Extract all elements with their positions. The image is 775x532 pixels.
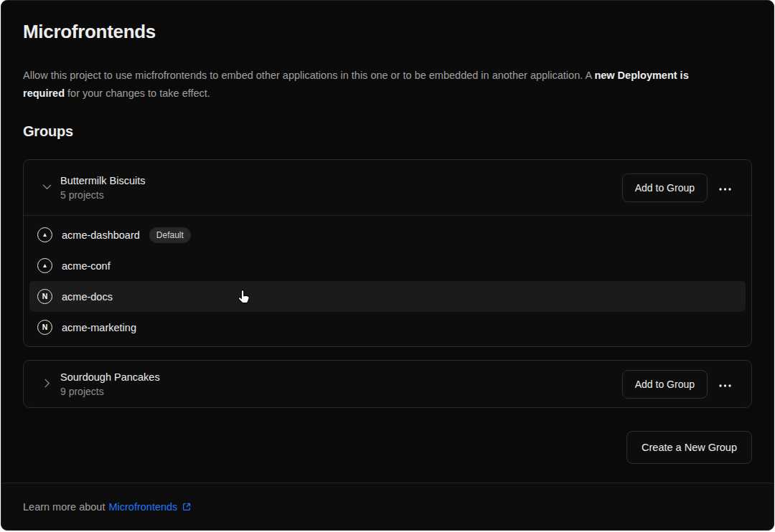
actions-row: Create a New Group [23, 431, 752, 464]
expand-group-button[interactable] [38, 376, 55, 393]
group-name: Buttermilk Biscuits [60, 174, 145, 187]
footer-link-label: Microfrontends [108, 501, 177, 513]
project-row-acme-dashboard[interactable]: ▲ acme-dashboard Default [29, 219, 746, 250]
group-titles: Buttermilk Biscuits 5 projects [60, 174, 145, 201]
page-footer: Learn more about Microfrontends [1, 483, 774, 530]
nextjs-logo-icon: N [37, 289, 52, 304]
groups-heading: Groups [23, 123, 752, 140]
add-to-group-button[interactable]: Add to Group [622, 370, 708, 399]
vercel-logo-icon: ▲ [37, 227, 52, 242]
microfrontends-settings-page: Microfrontends Allow this project to use… [1, 0, 774, 531]
project-row-acme-docs[interactable]: N acme-docs [29, 281, 746, 312]
footer-text: Learn more about [23, 501, 105, 513]
group-options-menu-button[interactable] [713, 370, 737, 399]
ellipsis-icon [719, 182, 731, 193]
chevron-down-icon [42, 181, 52, 194]
page-content: Microfrontends Allow this project to use… [1, 1, 774, 464]
description-text-end: for your changes to take effect. [65, 87, 210, 99]
group-titles: Sourdough Pancakes 9 projects [60, 371, 160, 398]
chevron-right-icon [42, 378, 52, 391]
default-badge: Default [149, 227, 191, 243]
create-new-group-button[interactable]: Create a New Group [626, 431, 752, 464]
group-header: Buttermilk Biscuits 5 projects Add to Gr… [24, 160, 751, 215]
description-text: Allow this project to use micfrofrontend… [23, 70, 594, 81]
page-description: Allow this project to use micfrofrontend… [23, 67, 718, 103]
project-name: acme-dashboard [62, 229, 140, 241]
group-options-menu-button[interactable] [713, 174, 737, 202]
vercel-logo-icon: ▲ [37, 258, 52, 273]
group-card-sourdough-pancakes: Sourdough Pancakes 9 projects Add to Gro… [23, 360, 752, 408]
group-project-count: 9 projects [60, 386, 160, 398]
ellipsis-icon [719, 379, 731, 389]
page-title: Microfrontends [23, 21, 752, 43]
group-header: Sourdough Pancakes 9 projects Add to Gro… [24, 361, 751, 407]
group-card-buttermilk-biscuits: Buttermilk Biscuits 5 projects Add to Gr… [23, 159, 752, 347]
nextjs-logo-icon: N [37, 320, 52, 335]
group-name: Sourdough Pancakes [60, 371, 160, 384]
add-to-group-button[interactable]: Add to Group [622, 174, 708, 202]
project-row-acme-marketing[interactable]: N acme-marketing [29, 312, 746, 343]
microfrontends-docs-link[interactable]: Microfrontends [108, 501, 192, 513]
project-list: ▲ acme-dashboard Default ▲ acme-conf N a… [24, 216, 751, 346]
project-name: acme-docs [62, 291, 113, 303]
project-name: acme-conf [62, 260, 111, 272]
project-name: acme-marketing [62, 322, 136, 333]
external-link-icon [182, 502, 192, 512]
group-project-count: 5 projects [60, 189, 145, 201]
collapse-group-button[interactable] [38, 179, 55, 196]
project-row-acme-conf[interactable]: ▲ acme-conf [29, 250, 746, 281]
